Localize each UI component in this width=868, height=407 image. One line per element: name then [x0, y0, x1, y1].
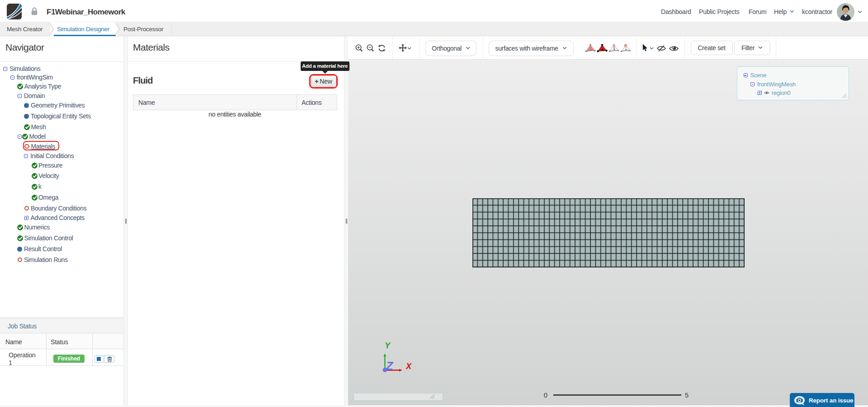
svg-text:Y: Y — [385, 341, 391, 350]
svg-text:X: X — [406, 362, 412, 371]
